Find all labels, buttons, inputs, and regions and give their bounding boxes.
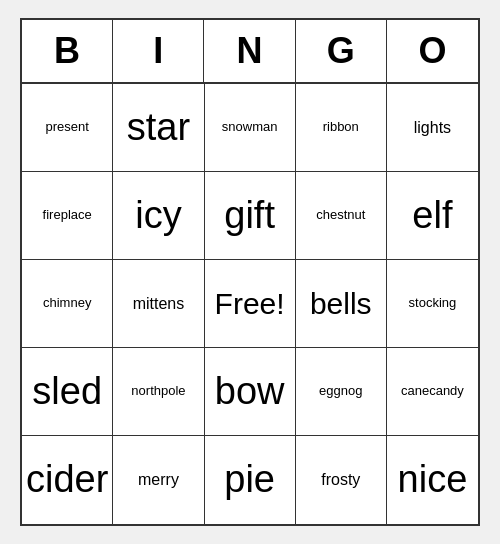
cell-text-r3-c4: canecandy [401,384,464,398]
cell-text-r1-c2: gift [224,195,275,237]
bingo-cell-r2-c0: chimney [22,260,113,348]
cell-text-r2-c3: bells [310,287,372,320]
header-letter-g: G [296,20,387,82]
cell-text-r0-c0: present [46,120,89,134]
bingo-cell-r0-c1: star [113,84,204,172]
bingo-cell-r3-c0: sled [22,348,113,436]
bingo-cell-r3-c3: eggnog [296,348,387,436]
cell-text-r2-c1: mittens [133,295,185,313]
bingo-cell-r4-c1: merry [113,436,204,524]
header-letter-i: I [113,20,204,82]
bingo-cell-r1-c3: chestnut [296,172,387,260]
bingo-cell-r3-c4: canecandy [387,348,478,436]
bingo-cell-r4-c2: pie [205,436,296,524]
bingo-cell-r4-c3: frosty [296,436,387,524]
cell-text-r2-c0: chimney [43,296,91,310]
cell-text-r3-c2: bow [215,371,285,413]
cell-text-r2-c2: Free! [215,287,285,320]
bingo-cell-r0-c4: lights [387,84,478,172]
cell-text-r1-c3: chestnut [316,208,365,222]
header-letter-n: N [204,20,295,82]
bingo-grid: presentstarsnowmanribbonlightsfireplacei… [22,84,478,524]
cell-text-r3-c3: eggnog [319,384,362,398]
bingo-cell-r1-c4: elf [387,172,478,260]
header-letter-b: B [22,20,113,82]
bingo-header: BINGO [22,20,478,84]
cell-text-r3-c1: northpole [131,384,185,398]
bingo-cell-r0-c3: ribbon [296,84,387,172]
cell-text-r0-c4: lights [414,119,451,137]
cell-text-r2-c4: stocking [409,296,457,310]
bingo-card: BINGO presentstarsnowmanribbonlightsfire… [20,18,480,526]
bingo-cell-r4-c4: nice [387,436,478,524]
cell-text-r4-c3: frosty [321,471,360,489]
bingo-cell-r4-c0: cider [22,436,113,524]
bingo-cell-r2-c2: Free! [205,260,296,348]
bingo-cell-r3-c2: bow [205,348,296,436]
header-letter-o: O [387,20,478,82]
cell-text-r1-c4: elf [412,195,452,237]
cell-text-r0-c3: ribbon [323,120,359,134]
bingo-cell-r2-c3: bells [296,260,387,348]
cell-text-r4-c4: nice [398,459,468,501]
bingo-cell-r1-c2: gift [205,172,296,260]
cell-text-r0-c1: star [127,107,190,149]
bingo-cell-r1-c0: fireplace [22,172,113,260]
cell-text-r4-c1: merry [138,471,179,489]
bingo-cell-r2-c4: stocking [387,260,478,348]
bingo-cell-r2-c1: mittens [113,260,204,348]
bingo-cell-r0-c2: snowman [205,84,296,172]
bingo-cell-r3-c1: northpole [113,348,204,436]
cell-text-r4-c0: cider [26,459,108,501]
cell-text-r1-c1: icy [135,195,181,237]
cell-text-r4-c2: pie [224,459,275,501]
bingo-cell-r0-c0: present [22,84,113,172]
cell-text-r1-c0: fireplace [43,208,92,222]
cell-text-r3-c0: sled [32,371,102,413]
cell-text-r0-c2: snowman [222,120,278,134]
bingo-cell-r1-c1: icy [113,172,204,260]
